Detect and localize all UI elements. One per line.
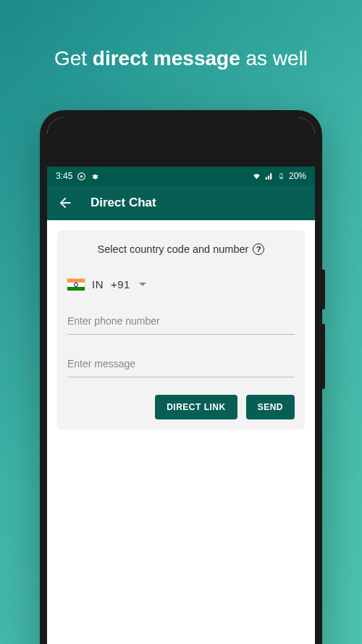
- dial-code-text: +91: [111, 278, 130, 290]
- signal-icon: [264, 172, 274, 181]
- button-row: DIRECT LINK SEND: [67, 395, 295, 419]
- chevron-down-icon: [139, 283, 146, 286]
- svg-line-4: [97, 175, 98, 176]
- headline-bold: direct message: [93, 47, 240, 70]
- phone-side-button: [322, 269, 325, 309]
- battery-percent: 20%: [289, 171, 306, 181]
- phone-bezel-top: [47, 117, 315, 167]
- message-input[interactable]: [67, 346, 295, 377]
- battery-icon: [277, 172, 286, 181]
- headline-prefix: Get: [54, 47, 93, 70]
- app-title: Direct Chat: [90, 196, 156, 210]
- app-bar: Direct Chat: [47, 185, 315, 220]
- phone-side-button: [322, 324, 325, 389]
- debug-icon: [90, 172, 100, 181]
- headline-suffix: as well: [240, 47, 308, 70]
- svg-line-6: [97, 177, 98, 178]
- screen-content: Select country code and number ? IN +91 …: [47, 220, 315, 440]
- direct-link-button[interactable]: DIRECT LINK: [155, 395, 237, 419]
- card-title-text: Select country code and number: [98, 243, 249, 255]
- country-code-selector[interactable]: IN +91: [67, 275, 295, 293]
- svg-line-3: [93, 175, 94, 176]
- svg-line-5: [93, 177, 94, 178]
- svg-rect-9: [280, 177, 282, 178]
- country-code-text: IN: [92, 278, 104, 290]
- marketing-headline: Get direct message as well: [0, 0, 362, 70]
- notification-icon: [77, 172, 86, 181]
- phone-frame: 3:45 20%: [40, 110, 322, 644]
- svg-point-1: [80, 175, 83, 177]
- help-icon[interactable]: ?: [253, 243, 264, 255]
- card-title-row: Select country code and number ?: [67, 243, 295, 255]
- status-time: 3:45: [56, 171, 72, 181]
- svg-point-2: [93, 174, 97, 179]
- direct-chat-card: Select country code and number ? IN +91 …: [57, 230, 305, 430]
- back-arrow-icon[interactable]: [57, 195, 73, 211]
- india-flag-icon: [67, 279, 85, 290]
- phone-number-input[interactable]: [67, 304, 295, 335]
- svg-rect-8: [281, 173, 282, 174]
- phone-screen: 3:45 20%: [47, 117, 315, 644]
- status-bar: 3:45 20%: [47, 167, 315, 185]
- send-button[interactable]: SEND: [246, 395, 295, 419]
- wifi-icon: [252, 172, 261, 181]
